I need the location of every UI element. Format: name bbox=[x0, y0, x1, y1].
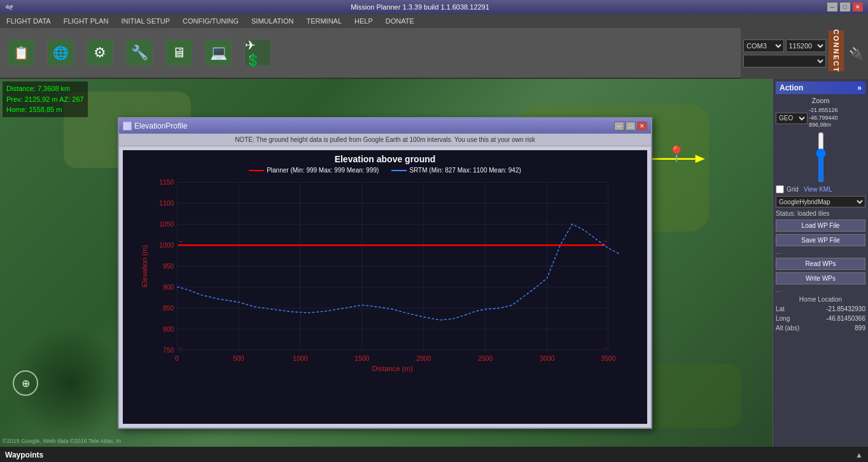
alt-abs-label: Alt (abs) bbox=[776, 325, 799, 332]
svg-text:1500: 1500 bbox=[354, 355, 369, 362]
close-button[interactable]: ✕ bbox=[853, 3, 863, 11]
flight-info: Distance: 7,3608 km Prev: 2125,92 m AZ: … bbox=[3, 81, 88, 117]
toolbar-config[interactable]: 🔧 bbox=[123, 39, 155, 66]
elevation-chart-svg: 1150 1100 1050 1000 950 900 850 800 750 … bbox=[123, 176, 638, 380]
grid-checkbox[interactable] bbox=[776, 185, 784, 193]
elev-close-button[interactable]: ✕ bbox=[637, 122, 647, 130]
menubar: FLIGHT DATA FLIGHT PLAN INITIAL SETUP CO… bbox=[0, 14, 868, 28]
geo-row: GEO -21.855126 -46.799440 896,98m bbox=[776, 107, 865, 129]
zoom-slider-container bbox=[776, 132, 865, 183]
elev-minimize-button[interactable]: ─ bbox=[614, 122, 624, 130]
waypoints-label: Waypoints bbox=[5, 451, 43, 459]
chart-legend: Planner (Min: 999 Max: 999 Mean: 999) SR… bbox=[123, 167, 647, 174]
long-label: Long bbox=[776, 315, 790, 322]
menu-flight-plan[interactable]: FLIGHT PLAN bbox=[57, 14, 115, 28]
lat-label: Lat bbox=[776, 305, 785, 312]
baud-select[interactable]: 115200 bbox=[786, 39, 827, 52]
alt-abs-value: 899 bbox=[855, 325, 865, 332]
right-panel: Action » Zoom GEO -21.855126 -46.799440 … bbox=[773, 79, 868, 447]
toolbar-initial-setup[interactable]: ⚙ bbox=[84, 39, 116, 66]
menu-terminal[interactable]: TERMINAL bbox=[300, 14, 348, 28]
svg-text:750: 750 bbox=[163, 347, 174, 354]
wp-header-expand[interactable]: ▲ bbox=[855, 451, 863, 459]
load-wp-file-button[interactable]: Load WP File bbox=[776, 220, 865, 232]
zoom-slider[interactable] bbox=[816, 132, 826, 183]
lat-row: Lat -21.85432930 bbox=[776, 305, 865, 312]
elev-window-controls: ─ □ ✕ bbox=[614, 122, 647, 130]
alt-row: Alt (abs) 899 bbox=[776, 325, 865, 332]
distance-text: Distance: 7,3608 km bbox=[6, 83, 84, 94]
map-type-select[interactable]: GoogleHybridMap bbox=[776, 196, 865, 207]
legend-srtm-line bbox=[391, 170, 407, 171]
elevation-note: NOTE: The ground height data is pulled f… bbox=[119, 134, 651, 146]
connection-area: COM3 115200 CONNECT 🔌 bbox=[741, 28, 868, 79]
flight-data-icon: 📋 bbox=[8, 39, 34, 66]
svg-text:Distance (m): Distance (m) bbox=[372, 365, 413, 372]
svg-text:1100: 1100 bbox=[159, 200, 174, 207]
zoom-label: Zoom bbox=[776, 97, 865, 104]
minimize-button[interactable]: ─ bbox=[827, 3, 837, 11]
toolbar-flight-data[interactable]: 📋 bbox=[5, 39, 37, 66]
grid-label: Grid bbox=[787, 186, 799, 193]
svg-text:3500: 3500 bbox=[601, 355, 615, 362]
elevation-dialog: ElevationProfile ─ □ ✕ NOTE: The ground … bbox=[118, 117, 652, 429]
elev-title-left: ElevationProfile bbox=[123, 122, 187, 130]
action-header: Action » bbox=[776, 81, 865, 94]
elev-restore-button[interactable]: □ bbox=[626, 122, 636, 130]
menu-help[interactable]: HELP bbox=[348, 14, 379, 28]
conn-extra-select[interactable] bbox=[743, 55, 826, 67]
toolbar-simulation[interactable]: 🖥 bbox=[163, 39, 195, 66]
menu-config-tuning[interactable]: CONFIG/TUNING bbox=[176, 14, 245, 28]
conn-icon-area: 🔌 bbox=[846, 31, 865, 76]
toolbar-flight-plan[interactable]: 🌐 bbox=[45, 39, 76, 66]
dots2: .... bbox=[776, 287, 865, 293]
svg-text:←: ← bbox=[178, 344, 184, 351]
initial-setup-icon: ⚙ bbox=[87, 39, 113, 66]
restore-button[interactable]: □ bbox=[840, 3, 850, 11]
port-select[interactable]: COM3 bbox=[743, 39, 784, 52]
svg-text:Elevation (m): Elevation (m) bbox=[141, 245, 148, 288]
toolbar-donate[interactable]: ✈💲 bbox=[242, 39, 274, 66]
compass-rose: ⊕ bbox=[13, 370, 38, 396]
simulation-icon: 🖥 bbox=[165, 39, 192, 66]
menu-donate[interactable]: DONATE bbox=[379, 14, 421, 28]
save-wp-file-button[interactable]: Save WP File bbox=[776, 234, 865, 246]
home-location-label: Home Location bbox=[776, 296, 865, 303]
waypoints-section: Waypoints ▲ WP Radius 60 Loiter Radius 6… bbox=[0, 447, 868, 462]
connect-button[interactable]: CONNECT bbox=[829, 31, 844, 71]
write-wps-button[interactable]: Write WPs bbox=[776, 272, 865, 284]
legend-planner-line bbox=[249, 170, 264, 171]
geo-select[interactable]: GEO bbox=[776, 113, 808, 124]
window-controls: ─ □ ✕ bbox=[827, 3, 863, 11]
toolbar: 📋 🌐 ⚙ 🔧 🖥 💻 ✈💲 bbox=[0, 28, 868, 79]
lat-value: -21.85432930 bbox=[826, 305, 865, 312]
menu-simulation[interactable]: SIMULATION bbox=[245, 14, 300, 28]
map-area[interactable]: Distance: 7,3608 km Prev: 2125,92 m AZ: … bbox=[0, 79, 773, 447]
toolbar-terminal[interactable]: 💻 bbox=[202, 39, 234, 66]
svg-text:→: → bbox=[602, 344, 608, 351]
watermark: ©2015 Google, iWeb data ©2016 Tele Atlas… bbox=[3, 438, 121, 444]
svg-text:1000: 1000 bbox=[159, 242, 174, 249]
plug-icon: 🔌 bbox=[849, 46, 863, 60]
waypoint-marker-3: 📍 bbox=[667, 145, 686, 163]
svg-text:1150: 1150 bbox=[159, 179, 174, 186]
flight-plan-icon: 🌐 bbox=[47, 39, 74, 66]
menu-flight-data[interactable]: FLIGHT DATA bbox=[0, 14, 57, 28]
svg-text:950: 950 bbox=[163, 263, 174, 270]
config-icon: 🔧 bbox=[126, 39, 153, 66]
action-label: Action bbox=[780, 83, 803, 92]
read-wps-button[interactable]: Read WPs bbox=[776, 258, 865, 270]
menu-initial-setup[interactable]: INITIAL SETUP bbox=[115, 14, 176, 28]
main-area: Distance: 7,3608 km Prev: 2125,92 m AZ: … bbox=[0, 79, 868, 447]
terminal-icon: 💻 bbox=[205, 39, 232, 66]
svg-text:1050: 1050 bbox=[159, 221, 174, 228]
action-expand-button[interactable]: » bbox=[857, 83, 862, 92]
svg-text:1000: 1000 bbox=[293, 355, 307, 362]
svg-text:←: ← bbox=[178, 237, 184, 244]
chart-title: Elevation above ground bbox=[123, 150, 647, 167]
svg-text:800: 800 bbox=[163, 326, 174, 333]
elevation-chart-area: Elevation above ground Planner (Min: 999… bbox=[123, 150, 647, 424]
view-kml-link[interactable]: View KML bbox=[804, 186, 832, 193]
title-text: Mission Planner 1.3.39 build 1.1.6038.12… bbox=[351, 3, 489, 11]
legend-planner: Planner (Min: 999 Max: 999 Mean: 999) bbox=[249, 167, 379, 174]
